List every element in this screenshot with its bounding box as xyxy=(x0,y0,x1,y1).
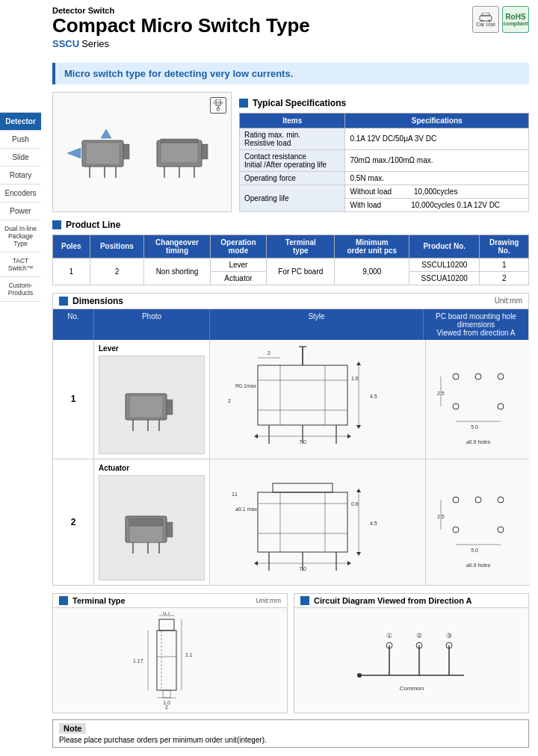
svg-point-90 xyxy=(475,497,481,503)
col-changeover: Changeovertiming xyxy=(144,235,211,258)
section-square-icon xyxy=(239,99,248,108)
highlight-bar: Micro switch type for detecting very low… xyxy=(52,63,529,84)
svg-text:2: 2 xyxy=(228,398,231,403)
sidebar-item-rotary[interactable]: Rotary xyxy=(0,167,41,185)
header-title: Compact Micro Switch Type xyxy=(52,15,529,37)
svg-text:4.5: 4.5 xyxy=(370,521,377,526)
svg-marker-80 xyxy=(356,489,361,492)
col-min-order: Minimumorder unit pcs xyxy=(335,235,409,258)
product-image-box: 2-way xyxy=(52,92,232,212)
typical-specs-header: Typical Specifications xyxy=(239,98,529,108)
svg-point-52 xyxy=(453,374,459,379)
svg-point-54 xyxy=(498,374,504,379)
svg-text:4.5: 4.5 xyxy=(370,394,377,399)
col-positions: Positions xyxy=(90,235,144,258)
dim-col-photo: Photo xyxy=(94,309,210,340)
svg-text:2: 2 xyxy=(268,350,270,356)
svg-marker-36 xyxy=(347,434,351,439)
svg-rect-64 xyxy=(129,526,163,542)
svg-point-55 xyxy=(453,403,459,409)
circuit-icon xyxy=(300,596,309,605)
col-poles: Poles xyxy=(53,235,90,258)
svg-text:R0.1max: R0.1max xyxy=(235,383,257,388)
bottom-section: Terminal type Unit:mm 0.7 xyxy=(52,593,529,713)
svg-rect-74 xyxy=(273,483,333,492)
svg-marker-77 xyxy=(347,561,351,566)
svg-text:2: 2 xyxy=(165,704,168,709)
svg-rect-18 xyxy=(161,139,198,143)
svg-text:5.0: 5.0 xyxy=(471,548,478,553)
sidebar-item-power[interactable]: Power xyxy=(0,202,41,220)
circuit-diagram-box: Circuit Diagram Viewed from Direction A xyxy=(294,593,529,713)
svg-text:5.0: 5.0 xyxy=(471,424,478,430)
sidebar-item-push[interactable]: Push xyxy=(0,131,41,149)
usb-icon: 2-way xyxy=(210,97,226,114)
svg-text:Common: Common xyxy=(399,685,423,692)
svg-point-93 xyxy=(498,527,504,533)
col-operation: Operationmode xyxy=(210,235,266,258)
page-header: Detector Switch Compact Micro Switch Typ… xyxy=(43,0,538,52)
sidebar-item-detector[interactable]: Detector xyxy=(0,113,41,131)
dimensions-section: Dimensions Unit:mm No. Photo Style PC bo… xyxy=(52,293,529,586)
svg-text:⌀0.9 holes: ⌀0.9 holes xyxy=(466,563,491,568)
svg-rect-69 xyxy=(258,492,347,552)
specs-row-force: Operating force 0.5N max. xyxy=(240,171,529,185)
note-text: Please place purchase orders per minimum… xyxy=(59,736,522,744)
svg-text:2-way: 2-way xyxy=(213,100,223,105)
dim-row-2: 2 Actuator xyxy=(53,459,528,585)
dim-style-2: 7.0 4.5 ⌀0.1 max 0.8 11 xyxy=(210,459,426,585)
top-logos: Car Use RoHS compliant xyxy=(472,6,529,33)
specs-table: Items Specifications Rating max. min.Res… xyxy=(239,113,529,212)
col-drawing-no: DrawingNo. xyxy=(480,235,529,258)
svg-point-89 xyxy=(453,497,459,503)
svg-rect-28 xyxy=(167,400,173,415)
sidebar: Detector Push Slide Rotary Encoders Powe… xyxy=(0,112,41,302)
svg-rect-24 xyxy=(129,396,163,418)
dim-col-style: Style xyxy=(210,309,424,340)
specs-col-items: Items xyxy=(240,113,345,128)
terminal-icon xyxy=(59,596,68,605)
product-line-header: Product Line xyxy=(52,220,529,230)
note-section: Note Please place purchase orders per mi… xyxy=(52,719,529,748)
dim-row-1: 1 Lever xyxy=(53,340,528,459)
svg-text:1.1: 1.1 xyxy=(185,652,193,657)
svg-point-92 xyxy=(453,527,459,533)
svg-text:⌀0.9 holes: ⌀0.9 holes xyxy=(466,439,491,444)
sidebar-item-dualinline[interactable]: Dual In-line Package Type xyxy=(0,220,41,252)
col-product-no: Product No. xyxy=(409,235,480,258)
svg-text:1.6: 1.6 xyxy=(351,376,359,381)
sidebar-item-slide[interactable]: Slide xyxy=(0,149,41,167)
svg-text:0.8: 0.8 xyxy=(351,501,359,506)
svg-rect-100 xyxy=(157,630,176,690)
dim-col-no: No. xyxy=(53,309,94,340)
svg-marker-35 xyxy=(254,434,258,439)
product-line-table: Poles Positions Changeovertiming Operati… xyxy=(52,235,529,285)
dim-style-1: 7.0 2 4.5 R0.1ma xyxy=(210,340,426,459)
dim-section-icon xyxy=(59,297,68,306)
dim-photo-1: Lever xyxy=(94,340,210,459)
dim-column-headers: No. Photo Style PC board mounting holedi… xyxy=(53,309,528,340)
sidebar-item-custom[interactable]: Custom-Products xyxy=(0,277,41,302)
specs-col-specs: Specifications xyxy=(345,113,529,128)
svg-rect-68 xyxy=(167,522,173,537)
dim-no-1: 1 xyxy=(53,340,94,459)
sidebar-item-encoders[interactable]: Encoders xyxy=(0,185,41,202)
svg-text:1.17: 1.17 xyxy=(133,658,143,663)
svg-rect-9 xyxy=(86,143,120,164)
specs-row-contact: Contact resistanceInitial /After operati… xyxy=(240,149,529,171)
car-use-badge: Car Use xyxy=(472,6,499,33)
svg-marker-81 xyxy=(356,552,361,556)
svg-rect-17 xyxy=(161,143,198,163)
svg-point-56 xyxy=(498,403,504,409)
svg-rect-99 xyxy=(159,619,174,630)
svg-text:0.7: 0.7 xyxy=(163,612,170,616)
terminal-box-header: Terminal type Unit:mm xyxy=(53,594,287,608)
section-square-icon-2 xyxy=(52,220,61,229)
svg-marker-11 xyxy=(101,129,111,138)
svg-marker-41 xyxy=(356,362,361,365)
svg-marker-76 xyxy=(254,561,258,566)
product-image-svg xyxy=(60,107,224,196)
svg-text:②: ② xyxy=(416,632,422,639)
circuit-box-header: Circuit Diagram Viewed from Direction A xyxy=(294,594,528,608)
sidebar-item-tact[interactable]: TACT Switch™ xyxy=(0,252,41,277)
